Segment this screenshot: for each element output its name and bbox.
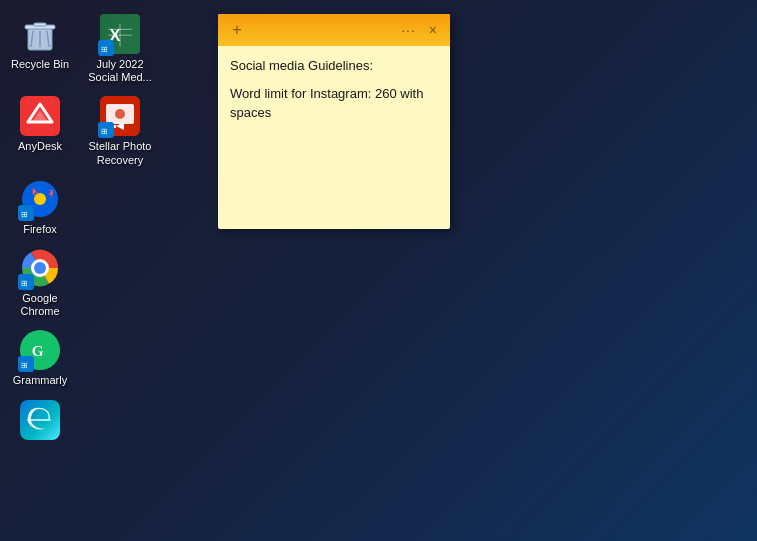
icon-row-2: ⊞ Firefox — [0, 173, 80, 242]
svg-text:⊞: ⊞ — [101, 127, 108, 135]
grammarly-label: Grammarly — [13, 374, 67, 387]
store-badge-chrome: ⊞ — [18, 274, 34, 290]
anydesk-icon — [20, 96, 60, 136]
svg-text:⊞: ⊞ — [21, 279, 28, 287]
desktop-icon-stellar[interactable]: ⊞ Stellar Photo Recovery — [80, 90, 160, 172]
sticky-add-button[interactable]: + — [226, 19, 248, 41]
chrome-label: Google Chrome — [4, 292, 76, 318]
svg-text:⊞: ⊞ — [101, 45, 108, 53]
icon-row-1: AnyDesk ⊞ Stellar Photo Recove — [0, 90, 160, 172]
sticky-header-left: + — [226, 19, 248, 41]
store-badge-firefox: ⊞ — [18, 205, 34, 221]
sticky-note-header: + ··· × — [218, 14, 450, 46]
july-2022-label: July 2022 Social Med... — [84, 58, 156, 84]
svg-text:⊞: ⊞ — [21, 361, 28, 369]
anydesk-label: AnyDesk — [18, 140, 62, 153]
icon-row-0: Recycle Bin X ⊞ July 2022 Social Med... — [0, 8, 160, 90]
store-badge-grammarly: ⊞ — [18, 356, 34, 372]
icon-row-4: G ⊞ Grammarly — [0, 324, 80, 393]
desktop-icon-july-2022[interactable]: X ⊞ July 2022 Social Med... — [80, 8, 160, 90]
firefox-icon: ⊞ — [20, 179, 60, 219]
store-badge: ⊞ — [98, 40, 114, 56]
desktop-icon-anydesk[interactable]: AnyDesk — [0, 90, 80, 172]
desktop: Recycle Bin X ⊞ July 2022 Social Med... — [0, 0, 160, 541]
store-badge-stellar: ⊞ — [98, 122, 114, 138]
grammarly-icon: G ⊞ — [20, 330, 60, 370]
svg-point-21 — [34, 193, 46, 205]
sticky-dots-button[interactable]: ··· — [397, 20, 420, 40]
desktop-icon-grammarly[interactable]: G ⊞ Grammarly — [0, 324, 80, 393]
svg-point-24 — [34, 262, 46, 274]
recycle-bin-label: Recycle Bin — [11, 58, 69, 71]
sticky-line-2: Word limit for Instagram: 260 with space… — [230, 84, 438, 123]
sticky-close-button[interactable]: × — [424, 20, 442, 40]
firefox-label: Firefox — [23, 223, 57, 236]
edge-icon — [20, 400, 60, 440]
recycle-bin-icon — [20, 14, 60, 54]
excel-icon: X ⊞ — [100, 14, 140, 54]
desktop-icon-edge[interactable] — [0, 394, 80, 450]
sticky-line-1: Social media Guidelines: — [230, 56, 438, 76]
desktop-icon-firefox[interactable]: ⊞ Firefox — [0, 173, 80, 242]
icon-row-5 — [0, 394, 80, 450]
svg-rect-2 — [34, 23, 46, 26]
svg-point-15 — [115, 109, 125, 119]
stellar-label: Stellar Photo Recovery — [84, 140, 156, 166]
chrome-icon: ⊞ — [20, 248, 60, 288]
desktop-icon-chrome[interactable]: ⊞ Google Chrome — [0, 242, 80, 324]
desktop-icon-recycle-bin[interactable]: Recycle Bin — [0, 8, 80, 90]
icon-row-3: ⊞ Google Chrome — [0, 242, 80, 324]
sticky-note-content[interactable]: Social media Guidelines: Word limit for … — [218, 46, 450, 229]
svg-text:⊞: ⊞ — [21, 210, 28, 218]
stellar-icon: ⊞ — [100, 96, 140, 136]
sticky-note: + ··· × Social media Guidelines: Word li… — [218, 14, 450, 229]
